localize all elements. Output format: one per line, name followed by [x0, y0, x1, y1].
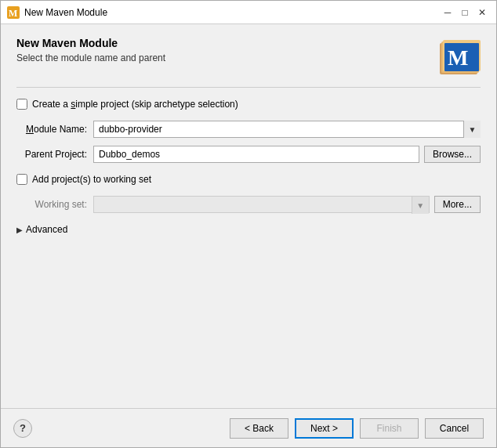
simple-project-row: Create a simple project (skip archetype … — [16, 99, 481, 110]
footer: ? < Back Next > Finish Cancel — [1, 408, 496, 447]
footer-right: < Back Next > Finish Cancel — [230, 418, 484, 439]
form-area: Create a simple project (skip archetype … — [16, 99, 481, 400]
help-button[interactable]: ? — [13, 419, 32, 438]
window: M New Maven Module ─ □ ✕ New Maven Modul… — [0, 0, 497, 448]
parent-project-input[interactable] — [93, 146, 419, 163]
header-area: New Maven Module Select the module name … — [16, 37, 481, 78]
parent-project-input-wrap: Browse... — [93, 146, 481, 163]
window-icon: M — [7, 6, 20, 19]
module-name-row: Module Name: ▼ — [16, 121, 481, 138]
parent-project-label: Parent Project: — [16, 149, 87, 160]
main-content: New Maven Module Select the module name … — [1, 24, 496, 408]
more-button[interactable]: More... — [434, 196, 481, 213]
parent-project-row: Parent Project: Browse... — [16, 146, 481, 163]
maven-logo: M — [440, 37, 481, 78]
close-button[interactable]: ✕ — [474, 5, 490, 20]
working-set-label: Working set: — [16, 199, 87, 210]
page-title: New Maven Module — [16, 37, 432, 49]
back-button[interactable]: < Back — [230, 418, 288, 439]
svg-text:M: M — [448, 45, 468, 70]
module-name-combo: ▼ — [93, 121, 481, 138]
working-set-checkbox-label[interactable]: Add project(s) to working set — [32, 174, 151, 185]
window-title: New Maven Module — [24, 7, 440, 18]
module-name-dropdown-arrow[interactable]: ▼ — [463, 121, 481, 138]
separator — [16, 87, 481, 88]
minimize-button[interactable]: ─ — [440, 5, 455, 20]
working-set-checkbox-row: Add project(s) to working set — [16, 174, 481, 185]
advanced-row[interactable]: ▶ Advanced — [16, 224, 481, 235]
working-set-input-wrap: ▼ More... — [93, 196, 481, 213]
advanced-label: Advanced — [26, 224, 67, 235]
simple-project-label[interactable]: Create a simple project (skip archetype … — [32, 99, 238, 110]
svg-text:M: M — [9, 8, 17, 19]
advanced-expand-icon: ▶ — [16, 226, 23, 234]
page-subtitle: Select the module name and parent — [16, 52, 432, 63]
footer-left: ? — [13, 419, 32, 438]
finish-button[interactable]: Finish — [360, 418, 419, 439]
working-set-dropdown-arrow[interactable]: ▼ — [412, 197, 429, 214]
working-set-checkbox[interactable] — [16, 174, 27, 185]
window-controls: ─ □ ✕ — [440, 5, 490, 20]
next-button[interactable]: Next > — [295, 418, 354, 439]
browse-button[interactable]: Browse... — [424, 146, 481, 163]
title-bar: M New Maven Module ─ □ ✕ — [1, 1, 496, 24]
simple-project-checkbox[interactable] — [16, 99, 27, 110]
module-name-input[interactable] — [93, 121, 481, 138]
working-set-row: Working set: ▼ More... — [16, 196, 481, 213]
maximize-button[interactable]: □ — [457, 5, 473, 20]
cancel-button[interactable]: Cancel — [425, 418, 484, 439]
working-set-combo[interactable]: ▼ — [93, 196, 430, 213]
header-text: New Maven Module Select the module name … — [16, 37, 432, 63]
module-name-label: Module Name: — [16, 124, 87, 135]
